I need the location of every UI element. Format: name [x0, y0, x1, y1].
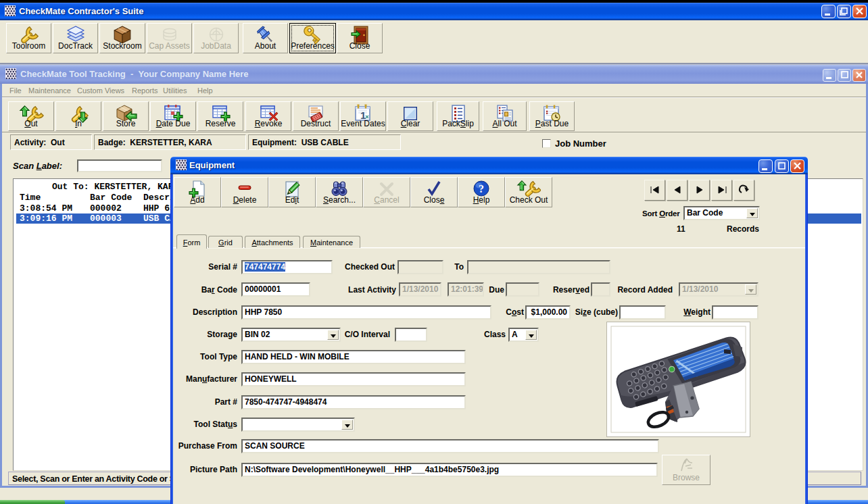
svg-text:?: ? [479, 183, 484, 195]
